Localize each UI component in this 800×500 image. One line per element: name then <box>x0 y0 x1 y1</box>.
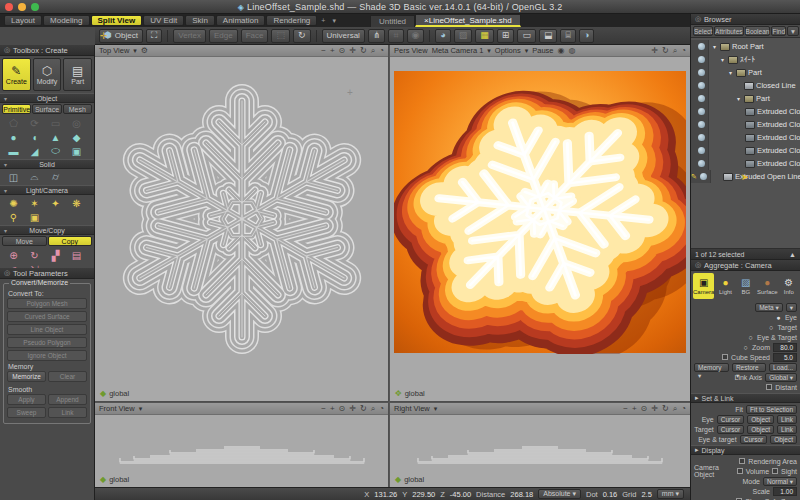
chat-icon[interactable]: ◍ <box>568 47 575 55</box>
magnify-icon[interactable]: ⌕ <box>371 405 375 413</box>
collapse-icon[interactable]: ▾ <box>4 187 7 194</box>
expander-icon[interactable]: ▾ <box>711 43 718 50</box>
preview-render-button[interactable]: ◑ <box>579 29 594 43</box>
preview-toggle-icon[interactable]: ◉ <box>558 47 565 55</box>
view-menu-icon[interactable]: ▾ <box>133 47 137 55</box>
linear-light-icon[interactable]: ⚲ <box>3 210 24 224</box>
visibility-eye-icon[interactable] <box>698 82 705 89</box>
display-section-header[interactable]: ▸Display <box>691 445 800 455</box>
toolbox-header[interactable]: ◎Toolbox : Create <box>0 45 94 56</box>
visibility-eye-icon[interactable] <box>698 56 705 63</box>
viewport-pers[interactable]: Pers View Meta Camera 1 ▾ Options ▾ Paus… <box>390 45 690 402</box>
tab-select[interactable]: Select <box>693 26 713 36</box>
tree-item-extruded-closed[interactable]: Extruded Closed <box>691 144 800 157</box>
mode-modify-button[interactable]: ⬡Modify <box>33 58 62 91</box>
tree-item-closed-line[interactable]: Closed Line <box>691 79 800 92</box>
aggregate-header[interactable]: ◎Aggregate : Camera <box>691 260 800 271</box>
target-object-button[interactable]: Object <box>747 425 774 434</box>
collapse-icon[interactable]: ▸ <box>695 446 699 454</box>
mode-dropdown[interactable]: Normal ▾ <box>763 477 797 486</box>
view-options-icon[interactable]: ◔ <box>379 405 384 413</box>
radio-eye-target[interactable]: ○ <box>747 334 754 341</box>
sight-checkbox[interactable] <box>772 468 778 474</box>
memory-button[interactable]: Memory ▾ <box>694 363 729 372</box>
visibility-eye-icon[interactable] <box>698 43 705 50</box>
tree-item-extruded-closed[interactable]: Extruded Closed <box>691 131 800 144</box>
fit-to-selection-button[interactable]: Fit to Selection <box>746 405 797 414</box>
zoom-in-icon[interactable]: + <box>330 47 335 55</box>
eye-cursor-button[interactable]: Cursor <box>717 415 745 424</box>
orbit-icon[interactable]: ↻ <box>662 405 669 413</box>
tree-item-extruded-closed[interactable]: Extruded Closed <box>691 105 800 118</box>
zoom-reset-icon[interactable]: ⊙ <box>339 405 346 413</box>
cube-tool-icon[interactable]: ▣ <box>66 144 87 158</box>
viewport-title[interactable]: Pers View <box>394 46 428 55</box>
browser-header[interactable]: ◎Browser <box>691 14 800 25</box>
magnify-icon[interactable]: ⌕ <box>673 47 677 55</box>
zoom-out-icon[interactable]: − <box>623 405 628 413</box>
point-light-icon[interactable]: ✺ <box>3 196 24 210</box>
viewport-title[interactable]: Right View <box>394 404 430 413</box>
view-options-icon[interactable]: ◔ <box>681 47 686 55</box>
target-cursor-button[interactable]: Cursor <box>717 425 745 434</box>
screen-layout-button[interactable]: ▭ <box>517 29 536 43</box>
manipulator-button[interactable]: ✛Universal <box>322 29 365 43</box>
zoom-in-icon[interactable]: + <box>632 405 637 413</box>
tab-add-icon[interactable]: + <box>318 17 328 24</box>
eye-target-cursor-button[interactable]: Cursor <box>740 435 768 444</box>
cone-tool-icon[interactable]: ▲ <box>45 130 66 144</box>
expander-icon[interactable]: ▾ <box>735 95 742 102</box>
zoom-out-icon[interactable]: − <box>321 47 326 55</box>
radio-target[interactable]: ○ <box>768 324 775 331</box>
zoom-in-icon[interactable]: + <box>330 405 335 413</box>
panel-menu-icon[interactable]: ◎ <box>4 46 10 54</box>
tree-item-extruded-closed[interactable]: Extruded Closed <box>691 157 800 170</box>
panel-menu-icon[interactable]: ◎ <box>695 15 701 23</box>
subtract-tool-icon[interactable]: ⌓ <box>24 170 45 184</box>
restore-button[interactable]: Restore ▾ <box>732 363 766 372</box>
orbit-icon[interactable]: ↻ <box>360 47 367 55</box>
viewport-top[interactable]: Top View ▾ ⚙ − + ⊙ ✛ ↻ ⌕ ◔ <box>95 45 389 402</box>
box-tool-icon[interactable]: ▬ <box>3 144 24 158</box>
distant-light-icon[interactable]: ✦ <box>45 196 66 210</box>
eye-target-object-button[interactable]: Object <box>770 435 797 444</box>
set-link-section-header[interactable]: ▸Set & Link <box>691 393 800 403</box>
tab-uv-edit[interactable]: UV Edit <box>143 15 184 26</box>
tab-surface[interactable]: ●Surface <box>757 273 778 299</box>
magnify-icon[interactable]: ⌕ <box>673 405 677 413</box>
light-camera-section-header[interactable]: ▾Light/Camera <box>0 185 94 195</box>
view-options-icon[interactable]: ◔ <box>379 47 384 55</box>
tab-skin[interactable]: Skin <box>185 15 215 26</box>
tab-modeling[interactable]: Modeling <box>43 15 89 26</box>
meta-sub-dropdown[interactable]: ▾ <box>786 303 797 312</box>
visibility-eye-icon[interactable] <box>698 95 705 102</box>
four-view-button[interactable]: ▦ <box>475 29 494 43</box>
pan-icon[interactable]: ✛ <box>651 405 658 413</box>
numeric-input-button[interactable]: ⌸ <box>560 29 575 43</box>
rotate-copy-icon[interactable]: ↻ <box>24 248 45 262</box>
target-link-button[interactable]: Link <box>777 425 797 434</box>
pan-icon[interactable]: ✛ <box>349 47 356 55</box>
volume-checkbox[interactable] <box>737 468 743 474</box>
wedge-tool-icon[interactable]: ◢ <box>24 144 45 158</box>
cylinder-tool-icon[interactable]: ⬭ <box>45 144 66 158</box>
collapse-icon[interactable]: ▾ <box>4 227 7 234</box>
viewport-title[interactable]: Front View <box>99 404 135 413</box>
cube-speed-field[interactable]: 5.0 <box>773 353 797 362</box>
filter-icon[interactable]: ▼ <box>787 26 799 36</box>
tab-attributes[interactable]: Attributes <box>714 26 743 36</box>
tab-boolean[interactable]: Boolean <box>745 26 771 36</box>
tab-bg[interactable]: ▨BG <box>737 273 755 299</box>
panel-menu-icon[interactable]: ◎ <box>4 269 10 277</box>
zoom-reset-icon[interactable]: ⊙ <box>641 405 648 413</box>
mode-part-button[interactable]: ▤Part <box>63 58 92 91</box>
unit-dropdown[interactable]: mm ▾ <box>657 489 684 499</box>
viewport-front[interactable]: Front View ▾ − + ⊙ ✛ ↻ ⌕ ◔ ◆global <box>95 403 389 487</box>
collapse-icon[interactable]: ▾ <box>4 161 7 168</box>
visibility-eye-icon[interactable] <box>698 134 705 141</box>
camera-select[interactable]: Meta Camera 1 <box>432 46 484 55</box>
tab-overflow-icon[interactable]: ▾ <box>329 17 339 25</box>
union-tool-icon[interactable]: ◫ <box>3 170 24 184</box>
tab-info[interactable]: ⚙Info <box>780 273 798 299</box>
tab-surface[interactable]: Surface <box>32 104 61 114</box>
